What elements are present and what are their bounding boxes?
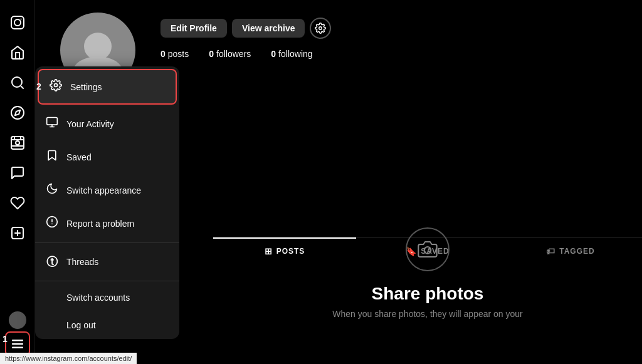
camera-circle-icon [406,227,450,271]
svg-point-5 [11,107,24,119]
empty-state-title: Share photos [372,284,484,304]
profile-info: Edit Profile View archive 0 posts 0 foll… [160,13,617,75]
posts-stat: 0 posts [160,49,189,59]
dropdown-menu: Settings Your Activity Saved Switch appe… [35,66,179,339]
settings-label: Settings [70,82,102,92]
following-count: 0 [271,49,276,59]
menu-item-log-out[interactable]: Log out [35,311,179,339]
svg-point-19 [55,84,58,87]
report-icon [45,216,59,231]
avatar-head [84,33,112,60]
svg-point-8 [16,141,19,145]
svg-point-2 [20,19,21,20]
switch-appearance-label: Switch appearance [66,185,141,195]
followers-count: 0 [209,49,214,59]
threads-label: Threads [66,257,98,267]
svg-rect-20 [47,118,58,125]
svg-rect-17 [12,343,23,345]
menu-item-your-activity[interactable]: Your Activity [35,107,179,140]
settings-button-profile[interactable] [310,18,331,39]
appearance-icon [45,182,59,198]
menu-item-report-problem[interactable]: Report a problem [35,207,179,240]
notifications-icon[interactable] [5,190,30,216]
your-activity-label: Your Activity [66,119,114,129]
svg-marker-6 [14,110,19,115]
home-icon[interactable] [5,40,30,65]
svg-line-4 [20,86,23,88]
step-1-label: 1 [3,334,8,344]
menu-item-switch-accounts[interactable]: Switch accounts [35,284,179,311]
posts-label: posts [168,49,189,59]
create-icon[interactable] [5,221,30,246]
step-2-label: 2 [36,81,41,91]
profile-actions: Edit Profile View archive [160,18,617,39]
menu-item-saved[interactable]: Saved [35,140,179,174]
url-bar: https://www.instagram.com/accounts/edit/ [0,353,137,364]
profile-stats: 0 posts 0 followers 0 following [160,49,617,59]
threads-icon: ⓣ [45,254,59,269]
menu-divider-1 [35,242,179,243]
saved-icon [45,149,59,165]
messages-icon[interactable] [5,160,30,185]
view-archive-button[interactable]: View archive [232,19,305,38]
empty-state-subtitle: When you share photos, they will appear … [332,309,523,319]
sidebar [0,0,35,364]
empty-state: Share photos When you share photos, they… [213,182,642,364]
posts-count: 0 [160,49,166,59]
svg-point-1 [14,19,21,26]
settings-icon [49,79,63,95]
svg-rect-18 [12,347,23,349]
activity-icon [45,116,59,132]
followers-stat: 0 followers [209,49,251,59]
explore-icon[interactable] [5,100,30,125]
instagram-logo-icon[interactable] [5,10,30,35]
profile-username: v [160,65,617,75]
log-out-label: Log out [66,320,96,330]
svg-rect-16 [12,340,23,341]
menu-divider-2 [35,281,179,281]
edit-profile-button[interactable]: Edit Profile [160,19,227,38]
svg-point-25 [424,247,431,254]
reels-icon[interactable] [5,130,30,155]
switch-accounts-label: Switch accounts [66,293,130,303]
svg-rect-7 [11,137,24,149]
svg-rect-0 [11,16,24,29]
menu-item-settings[interactable]: Settings [38,69,177,105]
followers-label: followers [216,49,251,59]
following-stat: 0 following [271,49,312,59]
svg-point-24 [319,27,322,30]
search-icon[interactable] [5,70,30,95]
menu-item-threads[interactable]: ⓣ Threads [35,246,179,278]
report-problem-label: Report a problem [66,219,134,229]
following-label: following [278,49,312,59]
saved-label: Saved [66,152,92,162]
profile-avatar-small[interactable] [9,311,26,329]
menu-item-switch-appearance[interactable]: Switch appearance [35,174,179,207]
